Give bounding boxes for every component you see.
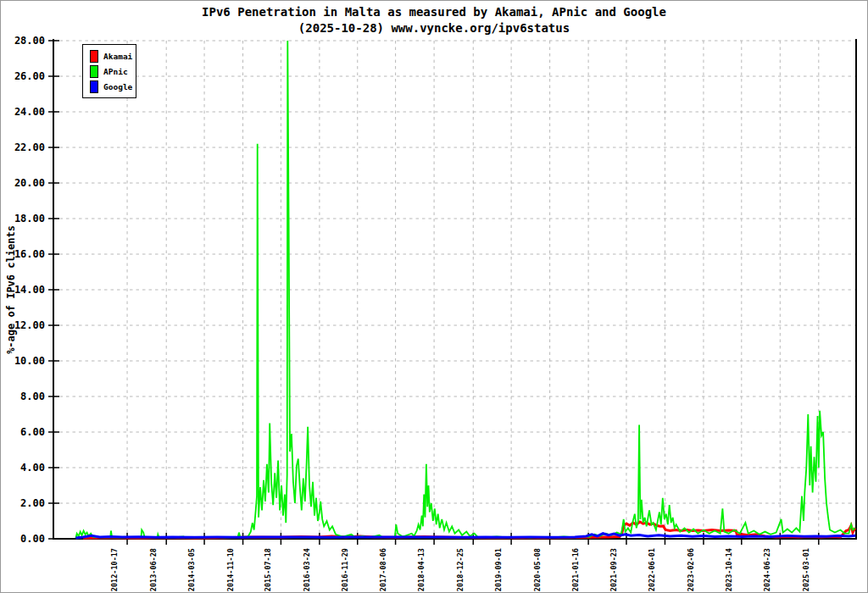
chart-legend: Akamai APnic Google xyxy=(82,44,136,98)
x-tick-label: 2014-11-10 xyxy=(226,548,235,591)
akamai-color-swatch xyxy=(90,50,98,63)
x-tick-label: 2016-11-29 xyxy=(341,548,349,591)
y-tick-label: 10.00 xyxy=(14,355,45,367)
x-tick-label: 2024-06-23 xyxy=(763,548,771,591)
legend-label-akamai: Akamai xyxy=(103,52,132,61)
y-tick-label: 22.00 xyxy=(14,141,45,153)
y-tick-label: 4.00 xyxy=(20,462,45,474)
axis-layer xyxy=(48,39,857,545)
google-color-swatch xyxy=(90,80,98,93)
x-tick-label: 2014-03-05 xyxy=(187,548,196,591)
y-tick-label: 26.00 xyxy=(14,70,45,82)
x-tick-label: 2025-03-01 xyxy=(802,548,810,591)
y-tick-label: 2.00 xyxy=(20,497,45,509)
x-tick-label: 2020-05-08 xyxy=(533,548,542,591)
x-tick-label: 2012-10-17 xyxy=(110,548,119,591)
legend-label-apnic: APnic xyxy=(103,67,128,76)
x-tick-label: 2022-06-01 xyxy=(648,548,656,591)
y-tick-label: 24.00 xyxy=(14,106,45,118)
apnic-color-swatch xyxy=(90,65,98,78)
grid-layer xyxy=(53,41,856,539)
y-tick-label: 14.00 xyxy=(14,284,45,296)
y-tick-label: 28.00 xyxy=(14,35,45,47)
x-tick-label: 2021-09-23 xyxy=(609,548,618,591)
y-tick-label: 16.00 xyxy=(14,248,45,260)
tick-label-layer: 0.002.004.006.008.0010.0012.0014.0016.00… xyxy=(14,35,810,591)
x-tick-label: 2016-03-24 xyxy=(303,548,311,591)
legend-label-google: Google xyxy=(103,82,132,91)
series-layer xyxy=(75,41,855,538)
x-tick-label: 2019-09-01 xyxy=(494,548,503,591)
chart-subtitle: (2025-10-28) www.vyncke.org/ipv6status xyxy=(298,21,570,35)
y-axis-label: %-age of IPv6 clients xyxy=(5,225,17,354)
y-tick-label: 8.00 xyxy=(20,391,45,402)
legend-item-google: Google xyxy=(90,79,136,94)
x-tick-label: 2018-12-25 xyxy=(456,548,465,591)
y-tick-label: 0.00 xyxy=(20,533,45,545)
x-tick-label: 2017-08-06 xyxy=(379,548,387,591)
x-tick-label: 2018-04-13 xyxy=(417,548,426,591)
y-tick-label: 20.00 xyxy=(14,177,45,189)
apnic-series-line xyxy=(75,41,854,538)
y-tick-label: 12.00 xyxy=(14,319,45,331)
x-tick-label: 2021-01-16 xyxy=(571,548,580,591)
chart-title: IPv6 Penetration in Malta as measured by… xyxy=(202,5,666,19)
legend-item-apnic: APnic xyxy=(90,64,136,79)
x-tick-label: 2013-06-28 xyxy=(149,548,158,591)
x-tick-label: 2023-02-06 xyxy=(687,548,695,591)
chart-image: 0.002.004.006.008.0010.0012.0014.0016.00… xyxy=(0,0,868,593)
y-tick-label: 18.00 xyxy=(14,213,45,224)
x-tick-label: 2023-10-14 xyxy=(725,548,733,591)
y-tick-label: 6.00 xyxy=(20,426,45,438)
x-tick-label: 2015-07-18 xyxy=(264,548,272,591)
legend-item-akamai: Akamai xyxy=(90,48,136,64)
